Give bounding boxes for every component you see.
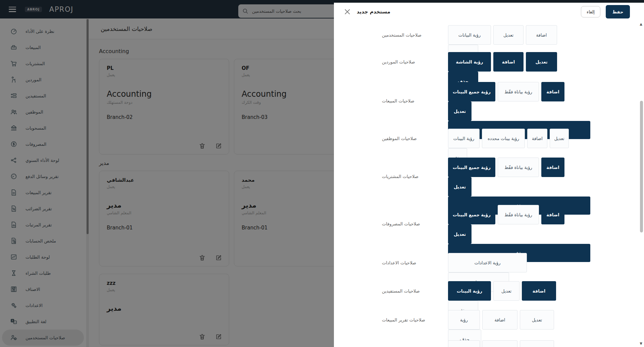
- permission-toggle[interactable]: رؤية الشاشة: [448, 52, 491, 72]
- permission-toggle[interactable]: اضافة: [526, 25, 557, 45]
- permission-toggle[interactable]: رؤية جميع البينات: [448, 82, 495, 101]
- permission-row-label: صلاحيات المبيعات: [382, 82, 432, 120]
- permission-row-3: صلاحيات الموظفينرؤية البيناترؤية بينات م…: [334, 129, 644, 148]
- permission-toggle[interactable]: رؤية جميع البينات: [448, 205, 495, 224]
- permission-toggle[interactable]: رؤية بياناة فقّط: [498, 205, 539, 224]
- permission-toggle[interactable]: رؤية البيانات: [448, 25, 491, 45]
- permission-row-label: صلاحيات تقرير الضرائب: [382, 340, 432, 347]
- permission-toggle[interactable]: اضافة: [522, 281, 556, 301]
- permission-toggle[interactable]: تعديل: [526, 52, 557, 72]
- permission-toggle[interactable]: رؤية بياناة فقّط: [498, 158, 539, 177]
- permission-row-8: صلاحيات تقرير المبيعاترؤيةاضافةتعديلحذف: [334, 310, 644, 330]
- permission-row-7: صلاحيات المستفيدينرؤية البيناتتعديلاضافة…: [334, 281, 644, 301]
- permission-toggle[interactable]: تعديل: [493, 281, 519, 301]
- permission-toggle[interactable]: رؤية: [448, 340, 480, 347]
- permission-row-label: صلاحيات تقرير المبيعات: [382, 310, 432, 330]
- scroll-up-arrow[interactable]: ▲: [639, 22, 643, 26]
- permission-toggle[interactable]: رؤية بياناة فقّط: [498, 82, 539, 101]
- permission-toggle[interactable]: رؤية البينات: [448, 281, 491, 301]
- scroll-down-arrow[interactable]: ▼: [639, 342, 643, 346]
- permission-toggle[interactable]: رؤية جميع البينات: [448, 158, 495, 177]
- modal-title: مستخدم جديد: [357, 9, 390, 15]
- save-button[interactable]: حفظ: [606, 5, 630, 18]
- permission-toggle[interactable]: اضافة: [482, 310, 517, 330]
- permission-row-label: صلاحيات المصروفات: [382, 205, 432, 243]
- permission-row-0: صلاحيات المستخدمينرؤية البياناتتعديلاضاف…: [334, 25, 644, 45]
- permission-toggle[interactable]: اضافة: [493, 52, 524, 72]
- new-user-modal: مستخدم جديد إلغاء حفظ صلاحيات المستخدمين…: [334, 3, 644, 347]
- permission-row-5: صلاحيات المصروفاترؤية جميع البيناترؤية ب…: [334, 205, 644, 243]
- permission-toggle[interactable]: تعديل: [448, 177, 472, 197]
- permission-row-label: صلاحيات الاعدادات: [382, 253, 432, 272]
- permission-toggle[interactable]: تعديل: [448, 224, 472, 244]
- permission-toggle[interactable]: تعديل: [493, 25, 524, 45]
- permissions-list: صلاحيات المستخدمينرؤية البياناتتعديلاضاف…: [334, 3, 644, 347]
- permission-row-label: صلاحيات المشتريات: [382, 158, 432, 195]
- permission-buttons: رؤيةاضافةتعديلحذف: [448, 340, 590, 347]
- permission-row-1: صلاحيات الموردينرؤية الشاشةاضافةتعديلحذف: [334, 52, 644, 72]
- permission-row-4: صلاحيات المشترياترؤية جميع البيناترؤية ب…: [334, 158, 644, 195]
- permission-toggle[interactable]: رؤية بينات محدده: [482, 129, 525, 148]
- permission-row-2: صلاحيات المبيعاترؤية جميع البيناترؤية بي…: [334, 82, 644, 120]
- permission-toggle[interactable]: تعديل: [520, 310, 554, 330]
- permission-row-6: صلاحيات الاعداداترؤية الاعداداتتعديل: [334, 253, 644, 272]
- modal-scroll-thumb[interactable]: [640, 101, 643, 232]
- permission-row-label: صلاحيات الموظفين: [382, 129, 432, 148]
- permission-toggle[interactable]: رؤية الاعدادات: [448, 253, 527, 272]
- permission-toggle[interactable]: رؤية البينات: [448, 129, 480, 148]
- app-root: ABROJ APROJ نظرة على الأداءالمبيعاتالمشت…: [0, 0, 644, 347]
- permission-toggle[interactable]: اضافة: [527, 129, 547, 148]
- cancel-button[interactable]: إلغاء: [581, 6, 600, 17]
- permission-toggle[interactable]: تعديل: [550, 129, 569, 148]
- permission-row-9: صلاحيات تقرير الضرائبرؤيةاضافةتعديلحذف: [334, 340, 644, 347]
- permission-toggle[interactable]: تعديل: [520, 340, 554, 347]
- close-icon[interactable]: [343, 8, 351, 16]
- permission-toggle[interactable]: اضافة: [541, 205, 564, 224]
- modal-header: مستخدم جديد إلغاء حفظ: [334, 3, 644, 21]
- permission-toggle[interactable]: اضافة: [541, 82, 564, 101]
- permission-toggle[interactable]: تعديل: [448, 101, 472, 121]
- permission-row-label: صلاحيات المستفيدين: [382, 281, 432, 301]
- permission-toggle[interactable]: اضافة: [541, 158, 564, 177]
- permission-row-label: صلاحيات الموردين: [382, 52, 432, 72]
- permission-toggle[interactable]: رؤية: [448, 310, 480, 330]
- permission-toggle[interactable]: اضافة: [482, 340, 517, 347]
- permission-row-label: صلاحيات المستخدمين: [382, 25, 432, 45]
